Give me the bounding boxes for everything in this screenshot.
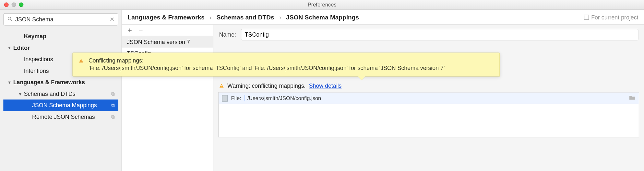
scope-indicator: For current project	[584, 14, 638, 20]
schema-list-item[interactable]: JSON Schema version 7	[122, 36, 213, 48]
titlebar: Preferences	[0, 0, 644, 10]
show-details-link[interactable]: Show details	[309, 82, 342, 89]
add-schema-button[interactable]: ＋	[126, 26, 133, 35]
project-level-icon: ⧉	[111, 102, 115, 108]
file-icon	[222, 95, 228, 101]
sidebar-item-editor[interactable]: ▼ Editor	[3, 42, 118, 54]
warning-icon	[79, 57, 85, 64]
remove-schema-button[interactable]: −	[139, 26, 143, 34]
svg-rect-2	[221, 85, 222, 86]
schema-name-input[interactable]	[241, 29, 638, 40]
sidebar-item-schemas-dtds[interactable]: ▼ Schemas and DTDs ⧉	[3, 88, 118, 100]
browse-folder-icon[interactable]	[629, 95, 635, 102]
search-input[interactable]	[15, 16, 107, 23]
sidebar-item-json-schema-mappings[interactable]: JSON Schema Mappings ⧉	[3, 99, 118, 111]
name-label: Name:	[219, 31, 236, 38]
warning-row: Warning: conflicting mappings. Show deta…	[213, 81, 644, 90]
schema-list-toolbar: ＋ −	[122, 25, 213, 36]
svg-line-1	[11, 19, 12, 21]
sidebar-item-label: Schemas and DTDs	[24, 90, 76, 97]
chevron-right-icon: ›	[279, 14, 281, 21]
sidebar-item-label: Inspections	[24, 56, 53, 63]
schema-details-panel: Name: Warning: conflicting mappings. Sho…	[213, 25, 644, 171]
preferences-sidebar: ✕ Keymap ▼ Editor Inspections ⧉ Intentio…	[0, 10, 122, 171]
tooltip-tail	[358, 76, 365, 80]
chevron-right-icon: ›	[209, 14, 211, 21]
sidebar-item-label: Keymap	[24, 33, 46, 40]
sidebar-item-label: Intentions	[24, 67, 49, 74]
window-title: Preferences	[0, 2, 644, 8]
breadcrumb: Languages & Frameworks › Schemas and DTD…	[122, 10, 644, 25]
warning-icon	[219, 82, 224, 89]
sidebar-item-languages-frameworks[interactable]: ▼ Languages & Frameworks	[3, 76, 118, 88]
sidebar-item-label: Languages & Frameworks	[13, 79, 85, 86]
project-level-icon: ⧉	[111, 91, 115, 97]
file-path: /Users/jsmith/JSON/config.json	[244, 95, 321, 101]
conflict-tooltip: Conflicting mappings: 'File: /Users/jsmi…	[73, 53, 500, 77]
clear-search-icon[interactable]: ✕	[110, 16, 114, 23]
sidebar-item-label: Remote JSON Schemas	[32, 114, 95, 120]
chevron-down-icon[interactable]: ▼	[18, 92, 24, 96]
search-field-wrap[interactable]: ✕	[3, 13, 118, 26]
breadcrumb-item[interactable]: Schemas and DTDs	[217, 14, 274, 21]
tooltip-body: 'File: /Users/jsmith/JSON/config.json' f…	[89, 64, 494, 71]
svg-rect-4	[81, 60, 81, 62]
schema-list-item-label: JSON Schema version 7	[127, 39, 190, 45]
schema-list-panel: ＋ − JSON Schema version 7 TSConfig	[122, 25, 213, 171]
sidebar-item-remote-json-schemas[interactable]: Remote JSON Schemas ⧉	[3, 111, 118, 123]
warning-text: Warning: conflicting mappings.	[227, 82, 305, 89]
breadcrumb-item[interactable]: Languages & Frameworks	[128, 14, 205, 21]
svg-rect-5	[81, 62, 81, 62]
svg-rect-3	[221, 87, 222, 87]
tooltip-title: Conflicting mappings:	[89, 57, 144, 64]
sidebar-item-label: JSON Schema Mappings	[32, 102, 97, 108]
svg-point-0	[8, 17, 11, 20]
sidebar-item-label: Editor	[13, 44, 30, 51]
chevron-down-icon[interactable]: ▼	[7, 45, 13, 50]
file-mapping-row[interactable]: File: /Users/jsmith/JSON/config.json	[219, 93, 638, 104]
project-level-icon: ⧉	[111, 114, 115, 120]
sidebar-item-keymap[interactable]: Keymap	[3, 30, 118, 42]
search-icon	[7, 16, 13, 23]
project-level-icon	[584, 15, 589, 19]
breadcrumb-item[interactable]: JSON Schema Mappings	[286, 14, 359, 21]
name-field-row: Name:	[213, 25, 644, 44]
file-mappings-list: File: /Users/jsmith/JSON/config.json	[218, 92, 639, 137]
chevron-down-icon[interactable]: ▼	[7, 80, 13, 85]
file-label: File:	[231, 95, 241, 101]
scope-label: For current project	[591, 14, 638, 20]
